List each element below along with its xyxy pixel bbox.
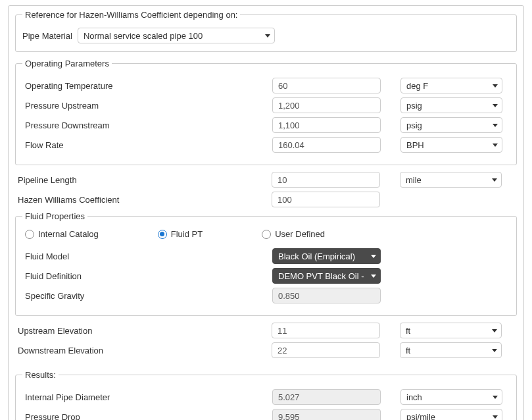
internal-pipe-diameter-unit: inch <box>406 392 422 402</box>
fluid-user-defined-label: User Defined <box>275 229 325 239</box>
upstream-elevation-unit: ft <box>406 326 410 336</box>
chevron-down-icon <box>493 415 498 419</box>
fluid-definition-label: Fluid Definition <box>22 271 272 281</box>
pressure-downstream-label: Pressure Downstream <box>22 120 272 130</box>
fluid-pt-radio[interactable]: Fluid PT <box>158 229 203 239</box>
flow-rate-unit-select[interactable]: BPH <box>400 137 502 153</box>
pipeline-length-input[interactable] <box>272 172 380 188</box>
pressure-downstream-unit: psig <box>406 120 422 130</box>
chevron-down-icon <box>493 124 498 127</box>
results-fieldset: Results: Internal Pipe Diameter inch Pre… <box>15 370 517 420</box>
operating-temperature-label: Operating Temperature <box>22 81 272 91</box>
fluid-definition-select[interactable]: DEMO PVT Black Oil - DEM <box>272 268 381 284</box>
flow-rate-unit: BPH <box>406 140 424 150</box>
operating-legend: Operating Parameters <box>22 59 112 68</box>
fluid-legend: Fluid Properties <box>22 211 87 221</box>
internal-pipe-diameter-output <box>272 389 381 405</box>
internal-pipe-diameter-unit-select[interactable]: inch <box>400 389 502 405</box>
fluid-definition-value: DEMO PVT Black Oil - DEM <box>278 271 364 281</box>
pressure-drop-output <box>272 409 381 420</box>
specific-gravity-input <box>272 288 381 303</box>
fluid-model-value: Black Oil (Empirical) <box>278 251 355 261</box>
pipe-material-label: Pipe Material <box>22 31 72 41</box>
fluid-internal-catalog-radio[interactable]: Internal Catalog <box>25 229 99 239</box>
pressure-drop-label: Pressure Drop <box>22 412 272 421</box>
upstream-elevation-label: Upstream Elevation <box>15 326 272 336</box>
fluid-model-label: Fluid Model <box>22 251 272 261</box>
fluid-pt-label: Fluid PT <box>171 229 203 239</box>
form-container: Reference for Hazen-Williams Coefficient… <box>8 5 524 420</box>
downstream-elevation-label: Downstream Elevation <box>15 346 272 355</box>
chevron-down-icon <box>493 396 498 399</box>
pressure-upstream-unit: psig <box>406 101 422 111</box>
flow-rate-input[interactable] <box>272 137 381 153</box>
operating-temperature-input[interactable] <box>272 78 381 93</box>
chevron-down-icon <box>493 84 498 88</box>
chevron-down-icon <box>492 329 497 332</box>
chevron-down-icon <box>265 34 270 38</box>
upstream-elevation-input[interactable] <box>272 323 380 338</box>
fluid-internal-catalog-label: Internal Catalog <box>38 229 99 239</box>
operating-temperature-unit: deg F <box>406 81 428 91</box>
pressure-downstream-input[interactable] <box>272 117 381 133</box>
pipeline-length-unit: mile <box>406 175 422 185</box>
specific-gravity-label: Specific Gravity <box>22 291 272 301</box>
radio-icon <box>262 230 271 239</box>
chevron-down-icon <box>371 255 376 258</box>
hw-coeff-label: Hazen Williams Coefficient <box>15 195 272 205</box>
pipe-material-select[interactable]: Normal service scaled pipe 100 <box>78 28 275 43</box>
pressure-drop-unit: psi/mile <box>406 412 435 421</box>
pipeline-length-label: Pipeline Length <box>15 175 272 185</box>
operating-temperature-unit-select[interactable]: deg F <box>400 78 502 93</box>
pipeline-length-unit-select[interactable]: mile <box>400 172 502 188</box>
chevron-down-icon <box>371 275 376 278</box>
fluid-user-defined-radio[interactable]: User Defined <box>262 229 325 239</box>
pressure-downstream-unit-select[interactable]: psig <box>400 117 502 133</box>
results-legend: Results: <box>22 370 59 380</box>
fluid-model-select[interactable]: Black Oil (Empirical) <box>272 248 381 264</box>
chevron-down-icon <box>492 349 497 352</box>
reference-fieldset: Reference for Hazen-Williams Coefficient… <box>15 10 517 52</box>
internal-pipe-diameter-label: Internal Pipe Diameter <box>22 392 272 402</box>
chevron-down-icon <box>492 178 497 182</box>
pressure-upstream-input[interactable] <box>272 97 381 113</box>
pressure-upstream-label: Pressure Upstream <box>22 101 272 111</box>
pressure-drop-unit-select[interactable]: psi/mile <box>400 409 502 420</box>
chevron-down-icon <box>493 144 498 147</box>
reference-legend: Reference for Hazen-Williams Coefficient… <box>22 10 240 20</box>
radio-icon <box>25 230 34 239</box>
pressure-upstream-unit-select[interactable]: psig <box>400 97 502 113</box>
radio-icon <box>158 230 167 239</box>
downstream-elevation-input[interactable] <box>272 342 380 358</box>
downstream-elevation-unit: ft <box>406 346 410 355</box>
downstream-elevation-unit-select[interactable]: ft <box>400 342 502 358</box>
pipe-material-value: Normal service scaled pipe 100 <box>84 31 203 41</box>
flow-rate-label: Flow Rate <box>22 140 272 150</box>
chevron-down-icon <box>493 104 498 107</box>
hw-coeff-input[interactable] <box>272 192 380 207</box>
upstream-elevation-unit-select[interactable]: ft <box>400 323 502 338</box>
operating-fieldset: Operating Parameters Operating Temperatu… <box>15 59 517 165</box>
fluid-fieldset: Fluid Properties Internal Catalog Fluid … <box>15 211 517 316</box>
